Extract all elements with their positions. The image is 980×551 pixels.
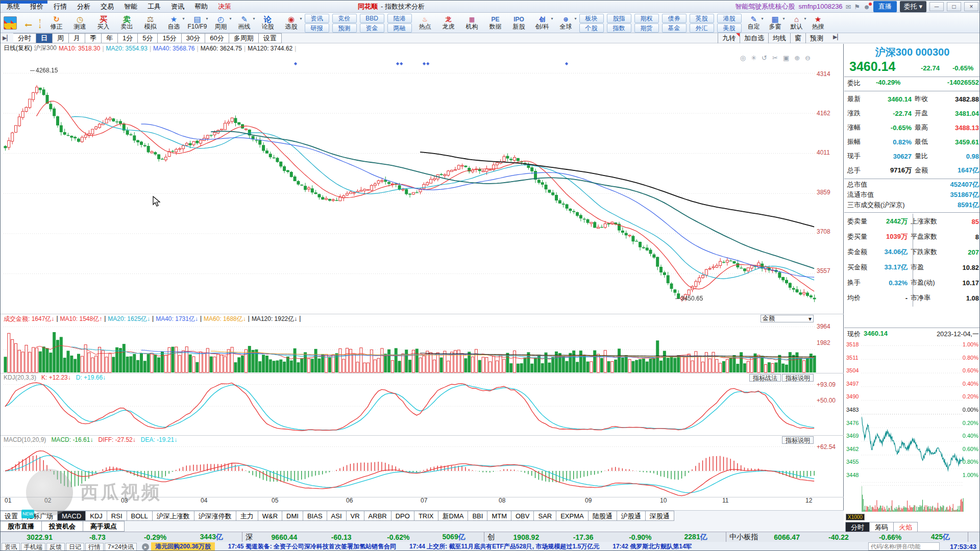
- indicator-tab[interactable]: NEW指标广场: [22, 511, 58, 521]
- menu-item[interactable]: 交易: [95, 1, 119, 13]
- toolbar-button[interactable]: 创▾创/科: [531, 13, 554, 33]
- period-tab[interactable]: 60分: [205, 33, 229, 43]
- toolbar-text-button[interactable]: 陆港: [387, 14, 412, 23]
- kdj-canvas[interactable]: [4, 382, 816, 435]
- toolbar-text-button[interactable]: 研报: [305, 23, 329, 33]
- indicator-tab[interactable]: BOLL: [127, 511, 153, 521]
- news-item[interactable]: 17:45 蜀道装备: 全资子公司深冷科技首次签署加氢站销售合同: [228, 542, 396, 551]
- menu-item[interactable]: 行情: [48, 1, 72, 13]
- news-menu-button[interactable]: 行情: [85, 543, 104, 551]
- macd-canvas[interactable]: [4, 444, 816, 497]
- indicator-tab[interactable]: BBI: [468, 511, 487, 521]
- indicator-tab[interactable]: KDJ: [86, 511, 107, 521]
- mail-icon[interactable]: ✉: [846, 3, 851, 11]
- indicator-tab[interactable]: 沪深上涨数: [153, 511, 194, 521]
- period-tab[interactable]: 年: [102, 33, 118, 43]
- period-tab[interactable]: 分时: [13, 33, 36, 43]
- board-palette-icon[interactable]: [4, 16, 17, 30]
- section-tab[interactable]: 高手观点: [83, 521, 125, 532]
- index-status-segment[interactable]: 深 9660.44-60.13-0.62% 5069亿: [242, 532, 484, 542]
- toolbar-button[interactable]: PE数据: [484, 13, 507, 33]
- user-icon[interactable]: ☻: [863, 3, 870, 11]
- indicator-help-button[interactable]: 指标说明: [782, 374, 814, 382]
- toolbar-text-button[interactable]: 资讯: [305, 14, 329, 23]
- toolbar-button[interactable]: ▦▾多窗: [765, 13, 786, 33]
- period-tab[interactable]: 月: [69, 33, 85, 43]
- toolbar-text-button[interactable]: 板块: [579, 14, 604, 23]
- chart-tool-button[interactable]: 预测: [805, 33, 827, 43]
- menu-item[interactable]: 分析: [72, 1, 95, 13]
- index-status-segment[interactable]: 3022.91-8.73-0.29% 3443亿: [1, 532, 242, 542]
- toolbar-button[interactable]: ⚖模拟: [139, 13, 162, 33]
- toolbar-text-button[interactable]: 英股: [690, 14, 714, 23]
- indicator-tab[interactable]: 陆股通: [589, 511, 617, 521]
- toolbar-text-button[interactable]: 竞价: [332, 14, 357, 23]
- period-tab[interactable]: 设置: [259, 33, 282, 43]
- period-tab[interactable]: 30分: [182, 33, 205, 43]
- toolbar-button[interactable]: ◴▾周期: [209, 13, 233, 33]
- toolbar-text-button[interactable]: 港股: [717, 14, 742, 23]
- news-menu-button[interactable]: 手机端: [21, 543, 45, 551]
- news-item[interactable]: 17:42 俄罗斯北方舰队第14军: [612, 542, 692, 551]
- indicator-tab[interactable]: TRIX: [414, 511, 438, 521]
- menu-item[interactable]: 报价: [25, 1, 48, 13]
- toolbar-text-button[interactable]: 个股: [579, 23, 604, 33]
- kline-canvas[interactable]: [4, 53, 816, 313]
- collapse-right-icon[interactable]: ▶▏: [833, 34, 842, 40]
- toolbar-text-button[interactable]: 股指: [607, 14, 631, 23]
- news-item[interactable]: 17:44 上交所: 截至11月底共有ETF产品528只, 市场规模超过1.5万…: [409, 542, 599, 551]
- menu-item[interactable]: 系统: [2, 1, 25, 13]
- toolbar-button[interactable]: ✎▾自定: [743, 13, 765, 33]
- toolbar-text-button[interactable]: 资金: [360, 23, 384, 33]
- menu-item[interactable]: 资讯: [166, 1, 189, 13]
- flash-news-item[interactable]: 港元回购200.36万股: [151, 542, 215, 551]
- indicator-tab[interactable]: 深股通: [646, 511, 674, 521]
- indicator-tab[interactable]: BIAS: [303, 511, 327, 521]
- chart-tool-button[interactable]: 九转: [718, 33, 740, 43]
- index-status-segment[interactable]: 创 1908.92-17.36-0.90% 2281亿: [484, 532, 726, 542]
- maximize-button[interactable]: □: [947, 2, 961, 11]
- chart-tool-button[interactable]: 窗: [790, 33, 805, 43]
- index-status-segment[interactable]: 中小板指 6066.47-40.22-0.66% 425亿: [726, 532, 968, 542]
- toolbar-button[interactable]: ★热搜: [807, 13, 829, 33]
- stock-search-input[interactable]: [868, 542, 940, 550]
- minichart-canvas[interactable]: [862, 342, 964, 514]
- indicator-tab[interactable]: 设置: [1, 511, 22, 521]
- indicator-tab[interactable]: 新DMA: [438, 511, 469, 521]
- period-tab[interactable]: 1分: [118, 33, 138, 43]
- back-button[interactable]: ←: [23, 16, 34, 30]
- volume-canvas[interactable]: [4, 324, 816, 373]
- indicator-tab[interactable]: EXPMA: [556, 511, 589, 521]
- toolbar-text-button[interactable]: 期权: [634, 14, 659, 23]
- indicator-tab[interactable]: 沪股通: [617, 511, 646, 521]
- toolbar-button[interactable]: 龙龙虎: [437, 13, 460, 33]
- volume-mode-select[interactable]: 金额▾: [761, 315, 814, 322]
- toolbar-button[interactable]: IPO新股: [507, 13, 531, 33]
- news-menu-button[interactable]: 7×24快讯: [105, 543, 137, 551]
- toolbar-text-button[interactable]: 预测: [332, 23, 357, 33]
- indicator-tab[interactable]: ASI: [327, 511, 347, 521]
- period-tab[interactable]: 周: [53, 33, 69, 43]
- indicator-help-button[interactable]: 指标说明: [782, 436, 814, 444]
- menu-item[interactable]: 工具: [142, 1, 166, 13]
- indicator-tab[interactable]: VR: [347, 511, 364, 521]
- live-button[interactable]: 直播: [873, 1, 897, 12]
- toolbar-text-button[interactable]: 美股: [717, 23, 742, 33]
- indicator-tab[interactable]: W&R: [258, 511, 282, 521]
- toolbar-button[interactable]: ◷测速: [68, 13, 92, 33]
- indicator-tab[interactable]: RSI: [107, 511, 127, 521]
- toolbar-button[interactable]: ♨热点: [413, 13, 437, 33]
- toolbar-button[interactable]: 卖卖出: [115, 13, 139, 33]
- close-button[interactable]: ×: [964, 2, 978, 11]
- menu-item[interactable]: 智能: [119, 1, 142, 13]
- menu-item[interactable]: 决策: [213, 1, 236, 13]
- toolbar-button[interactable]: ⊕▾全球: [554, 13, 578, 33]
- toolbar-text-button[interactable]: 基金: [662, 23, 687, 33]
- section-tab[interactable]: 股市直播: [1, 521, 42, 532]
- news-menu-button[interactable]: 反馈: [46, 543, 65, 551]
- period-tab[interactable]: 季: [85, 33, 102, 43]
- toolbar-button[interactable]: 买买入: [92, 13, 115, 33]
- page-down-button[interactable]: ↓: [38, 23, 42, 28]
- news-menu-button[interactable]: 资讯: [2, 543, 20, 551]
- indicator-tab[interactable]: ARBR: [364, 511, 391, 521]
